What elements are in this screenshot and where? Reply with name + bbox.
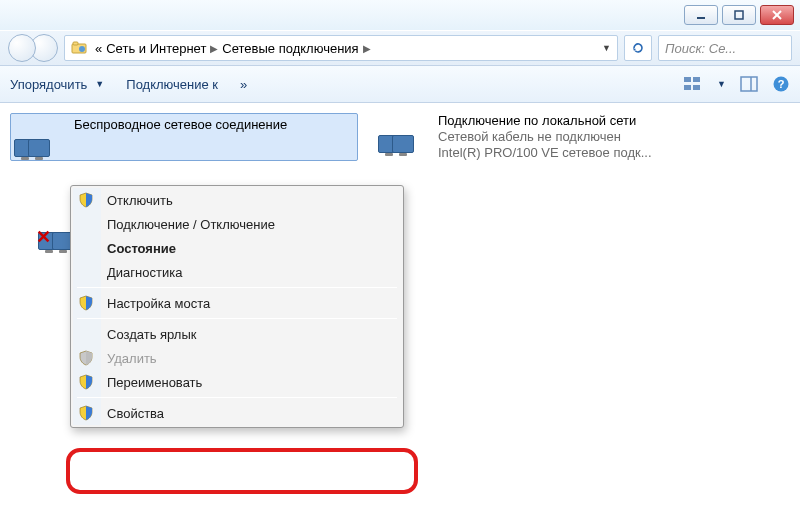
annotation-highlight [66, 448, 418, 494]
close-button[interactable] [760, 5, 794, 25]
svg-point-6 [79, 46, 85, 52]
address-dropdown-icon[interactable]: ▼ [602, 43, 611, 53]
menu-item-label: Диагностика [107, 265, 182, 280]
toolbar: Упорядочить▼ Подключение к » ▼ ? [0, 66, 800, 103]
close-icon [772, 10, 782, 20]
breadcrumb: « Сеть и Интернет ▶ Сетевые подключения … [95, 41, 371, 56]
menu-separator [77, 318, 397, 319]
network-folder-icon [71, 40, 87, 56]
svg-rect-7 [684, 77, 691, 82]
minimize-button[interactable] [684, 5, 718, 25]
refresh-button[interactable] [624, 35, 652, 61]
svg-rect-10 [693, 85, 700, 90]
back-button[interactable] [8, 34, 36, 62]
svg-rect-9 [684, 85, 691, 90]
shield-icon [78, 295, 94, 311]
connect-to-label: Подключение к [126, 77, 218, 92]
context-menu: ОтключитьПодключение / ОтключениеСостоян… [70, 185, 404, 428]
shield-icon [78, 350, 94, 366]
shield-icon [78, 374, 94, 390]
connection-adapter: Intel(R) PRO/100 VE сетевое подк... [438, 145, 652, 160]
search-input[interactable]: Поиск: Се... [658, 35, 792, 61]
menu-item[interactable]: Переименовать [101, 370, 401, 394]
search-placeholder: Поиск: Се... [665, 41, 736, 56]
crumb-seg2[interactable]: Сетевые подключения [222, 41, 358, 56]
svg-rect-5 [73, 42, 78, 45]
chevron-down-icon[interactable]: ▼ [717, 79, 726, 89]
menu-item-label: Отключить [107, 193, 173, 208]
menu-item[interactable]: Состояние [101, 236, 401, 260]
connection-title: Подключение по локальной сети [438, 113, 652, 128]
chevron-down-icon: ▼ [95, 79, 104, 89]
connection-wireless[interactable]: Беспроводное сетевое соединение [10, 113, 358, 161]
overflow-label: » [240, 77, 247, 92]
shield-icon [78, 405, 94, 421]
minimize-icon [696, 10, 706, 20]
menu-item[interactable]: Диагностика [101, 260, 401, 284]
svg-rect-1 [735, 11, 743, 19]
menu-separator [77, 397, 397, 398]
connect-to-menu[interactable]: Подключение к [126, 77, 218, 92]
menu-item[interactable]: Подключение / Отключение [101, 212, 401, 236]
menu-item-label: Переименовать [107, 375, 202, 390]
preview-pane-button[interactable] [740, 75, 758, 93]
nav-buttons [8, 34, 58, 62]
chevron-right-icon[interactable]: ▶ [210, 43, 218, 54]
crumb-seg1[interactable]: Сеть и Интернет [106, 41, 206, 56]
svg-rect-11 [741, 77, 757, 91]
menu-item[interactable]: Настройка моста [101, 291, 401, 315]
menu-item-label: Создать ярлык [107, 327, 196, 342]
menu-item[interactable]: Свойства [101, 401, 401, 425]
menu-item-label: Настройка моста [107, 296, 210, 311]
menu-item-label: Состояние [107, 241, 176, 256]
menu-item[interactable]: Создать ярлык [101, 322, 401, 346]
titlebar [0, 0, 800, 30]
help-button[interactable]: ? [772, 75, 790, 93]
organize-menu[interactable]: Упорядочить▼ [10, 77, 104, 92]
content-area: Беспроводное сетевое соединение Подключе… [0, 103, 800, 171]
menu-item[interactable]: Отключить [101, 188, 401, 212]
breadcrumb-field[interactable]: « Сеть и Интернет ▶ Сетевые подключения … [64, 35, 618, 61]
connection-lan[interactable]: Подключение по локальной сети Сетевой ка… [378, 113, 718, 161]
toolbar-overflow[interactable]: » [240, 77, 247, 92]
maximize-icon [734, 10, 744, 20]
maximize-button[interactable] [722, 5, 756, 25]
menu-item: Удалить [101, 346, 401, 370]
network-icon [378, 113, 430, 153]
menu-item-label: Свойства [107, 406, 164, 421]
crumb-prefix[interactable]: « [95, 41, 102, 56]
view-options-button[interactable] [683, 75, 701, 93]
svg-text:?: ? [778, 78, 785, 90]
shield-icon [78, 192, 94, 208]
window: « Сеть и Интернет ▶ Сетевые подключения … [0, 0, 800, 528]
address-bar: « Сеть и Интернет ▶ Сетевые подключения … [0, 30, 800, 66]
svg-rect-8 [693, 77, 700, 82]
toolbar-right: ▼ ? [683, 75, 790, 93]
refresh-icon [631, 41, 645, 55]
connection-title: Беспроводное сетевое соединение [74, 117, 287, 132]
menu-item-label: Подключение / Отключение [107, 217, 275, 232]
menu-separator [77, 287, 397, 288]
chevron-right-icon[interactable]: ▶ [363, 43, 371, 54]
network-icon [14, 117, 66, 157]
menu-item-label: Удалить [107, 351, 157, 366]
connection-status: Сетевой кабель не подключен [438, 129, 652, 144]
error-x-icon: ✕ [36, 226, 51, 248]
organize-label: Упорядочить [10, 77, 87, 92]
